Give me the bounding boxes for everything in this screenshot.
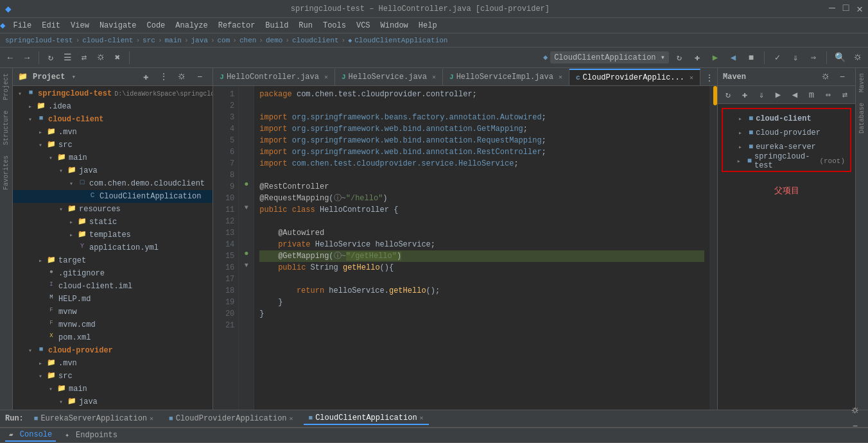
side-tab-maven[interactable]: Maven: [856, 68, 868, 98]
gutter-cell-collapse[interactable]: ▼: [239, 202, 254, 213]
maven-collapse-button[interactable]: ⇄: [837, 87, 853, 103]
tree-item-cloudclientapp[interactable]: C CloudClientApplication: [13, 190, 213, 203]
window-controls[interactable]: — □ ✕: [829, 3, 863, 15]
toolbar-structure-button[interactable]: ☰: [60, 50, 75, 65]
tab-close-btn[interactable]: ✕: [324, 73, 328, 81]
maven-run-button[interactable]: ▶: [770, 87, 786, 103]
toolbar-sync-button[interactable]: ↻: [43, 50, 58, 65]
tree-item-helpmd-cc[interactable]: M HELP.md: [13, 293, 213, 306]
tree-item-resources-cc[interactable]: ▾ 📁 resources: [13, 203, 213, 216]
breadcrumb-part[interactable]: src: [143, 37, 155, 44]
maven-download-sources-button[interactable]: ⇓: [754, 87, 769, 103]
tree-item-pomxml-cc[interactable]: X pom.xml: [13, 331, 213, 344]
maven-refresh-button[interactable]: ↻: [720, 87, 736, 103]
debug-button[interactable]: ◀: [725, 50, 741, 65]
tree-item-mvnw-cc[interactable]: F mvnw: [13, 306, 213, 318]
run-config-selector[interactable]: CloudClientApplication ▾: [550, 51, 669, 64]
editor-scrollbar[interactable]: [709, 86, 717, 410]
tree-item-target-cc[interactable]: ▸ 📁 target: [13, 254, 213, 267]
search-everywhere-button[interactable]: 🔍: [832, 50, 847, 65]
refresh-button[interactable]: ↻: [672, 50, 687, 65]
project-add-button[interactable]: ✚: [138, 69, 153, 85]
tab-more-button[interactable]: ⋮: [702, 70, 717, 85]
tree-arrow[interactable]: ▾: [39, 141, 46, 149]
maven-settings-button[interactable]: ⛭: [818, 69, 833, 85]
run-settings-button[interactable]: ⛭: [847, 403, 863, 419]
tree-arrow[interactable]: ▾: [28, 116, 36, 123]
tree-arrow[interactable]: ▸: [738, 115, 746, 123]
run-bar-settings[interactable]: ⛭ −: [847, 403, 863, 434]
maven-close-button[interactable]: −: [835, 69, 850, 85]
tree-arrow[interactable]: ▸: [738, 129, 746, 137]
gutter-cell-run[interactable]: ●: [239, 178, 254, 190]
menu-file[interactable]: File: [8, 20, 37, 31]
run-tab-cloudprovider[interactable]: ■ CloudProviderApplication ✕: [164, 413, 298, 424]
tree-arrow[interactable]: ▾: [49, 385, 56, 393]
run-tab-eurekaserver[interactable]: ■ EurekaServerApplication ✕: [29, 413, 159, 424]
tree-arrow[interactable]: ▸: [39, 257, 46, 265]
tree-item-static-cc[interactable]: ▸ 📁 static: [13, 216, 213, 229]
add-config-button[interactable]: ✚: [690, 50, 705, 65]
push-button[interactable]: ⇒: [806, 50, 821, 65]
tree-arrow[interactable]: ▸: [39, 360, 46, 367]
run-tab-close[interactable]: ✕: [420, 414, 424, 422]
tree-item-main-cp[interactable]: ▾ 📁 main: [13, 383, 213, 395]
code-area[interactable]: package com.chen.test.cloudprovider.cont…: [254, 86, 709, 410]
menu-refactor[interactable]: Refactor: [213, 20, 261, 31]
menu-build[interactable]: Build: [260, 20, 293, 31]
tree-arrow[interactable]: ▾: [49, 154, 56, 162]
tab-close-btn[interactable]: ✕: [432, 73, 436, 81]
editor-scroll[interactable]: 1 2 3 4 5 6 7 8 9 10 11 12 13 14 15 16 1…: [213, 86, 717, 410]
sidebar-favorites-label[interactable]: Favorites: [0, 150, 12, 195]
sidebar-project-label[interactable]: Project: [0, 68, 12, 105]
tree-item-mvnwcmd-cc[interactable]: F mvnw.cmd: [13, 318, 213, 331]
tree-arrow[interactable]: ▾: [18, 90, 26, 98]
breadcrumb-part[interactable]: cloudclient: [292, 37, 339, 44]
breadcrumb-part[interactable]: java: [191, 37, 208, 44]
tab-close-btn[interactable]: ✕: [559, 73, 562, 81]
run-close-button[interactable]: −: [847, 419, 863, 434]
tree-item-package-cp[interactable]: ▾ □ com.chen.test.cloudprovider: [13, 408, 213, 410]
toolbar-collapse-button[interactable]: ⇄: [76, 50, 92, 65]
tree-item-springcloud-test[interactable]: ▾ ■ springcloud-test D:\ideaWorkSpace\sp…: [13, 87, 213, 100]
tree-arrow[interactable]: ▾: [39, 372, 46, 380]
menu-navigate[interactable]: Navigate: [94, 20, 142, 31]
tree-item-appyml-cc[interactable]: Y application.yml: [13, 241, 213, 254]
project-panel-buttons[interactable]: ✚ ⋮ ⛭ −: [138, 69, 207, 85]
project-close-button[interactable]: −: [192, 69, 207, 85]
menu-help[interactable]: Help: [413, 20, 442, 31]
minimize-button[interactable]: —: [829, 3, 835, 15]
breadcrumb-part[interactable]: com: [218, 37, 230, 44]
breadcrumb-part[interactable]: demo: [266, 37, 282, 44]
breadcrumb-part[interactable]: springcloud-test: [5, 37, 73, 44]
update-button[interactable]: ⇓: [788, 50, 803, 65]
tree-item-mvn-cc[interactable]: ▸ 📁 .mvn: [13, 126, 213, 139]
tab-helloserviceimpl[interactable]: J HelloServiceImpl.java ✕: [443, 69, 569, 85]
toolbar-forward-button[interactable]: →: [19, 50, 35, 65]
tree-item-mvn-cp[interactable]: ▸ 📁 .mvn: [13, 357, 213, 370]
breadcrumb-part[interactable]: main: [164, 37, 181, 44]
tree-item-cloud-client[interactable]: ▾ ■ cloud-client: [13, 113, 213, 126]
tree-arrow[interactable]: ▸: [28, 103, 36, 110]
menu-window[interactable]: Window: [376, 20, 413, 31]
side-tab-database[interactable]: Database: [856, 98, 868, 139]
menu-tools[interactable]: Tools: [318, 20, 351, 31]
commit-button[interactable]: ✓: [770, 50, 785, 65]
tree-item-idea[interactable]: ▸ 📁 .idea: [13, 100, 213, 113]
menu-run[interactable]: Run: [293, 20, 318, 31]
tree-item-java-cp[interactable]: ▾ 📁 java: [13, 395, 213, 408]
tab-cloudproviderapp[interactable]: c CloudProviderApplic... ✕: [569, 69, 700, 85]
tree-item-package-cc[interactable]: ▾ □ com.chen.demo.cloudclient: [13, 177, 213, 190]
tree-item-java-cc[interactable]: ▾ 📁 java: [13, 164, 213, 177]
tab-hellocontroller[interactable]: J HelloController.java ✕: [213, 69, 335, 85]
toolbar-back-button[interactable]: ←: [3, 50, 18, 65]
menu-code[interactable]: Code: [141, 20, 170, 31]
tree-item-iml-cc[interactable]: I cloud-client.iml: [13, 280, 213, 293]
menu-vcs[interactable]: VCS: [351, 20, 376, 31]
settings-main-button[interactable]: ⛭: [850, 50, 865, 65]
bottom-tab-console[interactable]: ▰ Console: [5, 429, 56, 442]
maven-phases-button[interactable]: ⇔: [820, 87, 836, 103]
tree-arrow[interactable]: ▸: [737, 157, 745, 165]
tree-arrow[interactable]: ▾: [59, 167, 67, 175]
tab-helloservice[interactable]: J HelloService.java ✕: [335, 69, 443, 85]
